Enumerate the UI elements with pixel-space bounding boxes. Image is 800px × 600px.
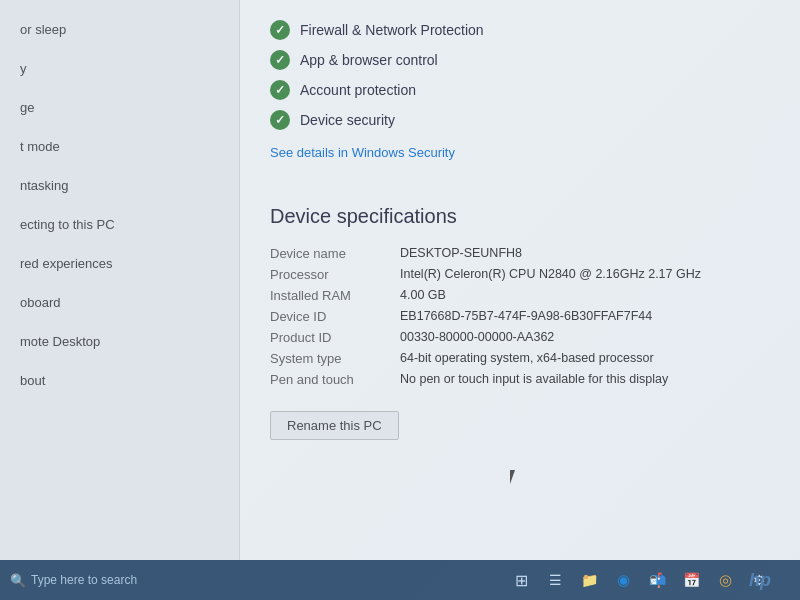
sidebar-item-remote-desktop[interactable]: mote Desktop [0,322,239,361]
taskbar: 🔍 Type here to search ⊞ ☰ 📁 ◉ 📬 📅 ◎ [0,560,800,600]
spec-label-ram: Installed RAM [270,288,400,303]
security-item-account: Account protection [270,80,770,100]
file-explorer-button[interactable]: 📁 [578,569,600,591]
spec-label-device-id: Device ID [270,309,400,324]
account-label: Account protection [300,82,416,98]
check-icon-firewall [270,20,290,40]
security-item-firewall: Firewall & Network Protection [270,20,770,40]
check-icon-browser [270,50,290,70]
task-view-button[interactable]: ☰ [544,569,566,591]
spec-row-ram: Installed RAM 4.00 GB [270,288,770,303]
device-specs-section: Device specifications Device name DESKTO… [270,205,770,440]
spec-value-system-type: 64-bit operating system, x64-based proce… [400,351,770,366]
spec-value-device-id: EB17668D-75B7-474F-9A98-6B30FFAF7F44 [400,309,770,324]
spec-label-product-id: Product ID [270,330,400,345]
spec-row-processor: Processor Intel(R) Celeron(R) CPU N2840 … [270,267,770,282]
spec-label-device-name: Device name [270,246,400,261]
hp-logo: hp [749,570,771,591]
spec-row-system-type: System type 64-bit operating system, x64… [270,351,770,366]
check-icon-account [270,80,290,100]
sidebar-item-about[interactable]: bout [0,361,239,400]
sidebar-item-clipboard[interactable]: oboard [0,283,239,322]
sidebar-item-mode[interactable]: t mode [0,127,239,166]
file-explorer-icon: 📁 [581,572,598,588]
spec-label-system-type: System type [270,351,400,366]
spec-label-pen-touch: Pen and touch [270,372,400,387]
sidebar-item-y[interactable]: y [0,49,239,88]
main-content: Firewall & Network Protection App & brow… [240,0,800,560]
spec-value-ram: 4.00 GB [400,288,770,303]
sidebar-item-multitasking[interactable]: ntasking [0,166,239,205]
spec-value-product-id: 00330-80000-00000-AA362 [400,330,770,345]
rename-pc-button[interactable]: Rename this PC [270,411,399,440]
spec-value-device-name: DESKTOP-SEUNFH8 [400,246,770,261]
calendar-button[interactable]: 📅 [680,569,702,591]
sidebar-item-ge[interactable]: ge [0,88,239,127]
security-item-device-security: Device security [270,110,770,130]
device-specs-title: Device specifications [270,205,770,228]
mail-icon: 📬 [649,572,666,588]
spec-row-product-id: Product ID 00330-80000-00000-AA362 [270,330,770,345]
spec-row-pen-touch: Pen and touch No pen or touch input is a… [270,372,770,387]
hp-logo-area: hp [720,560,800,600]
task-view-icon: ☰ [549,572,562,588]
start-button[interactable]: ⊞ [510,569,532,591]
taskbar-search-area[interactable]: 🔍 Type here to search [10,573,137,588]
firewall-label: Firewall & Network Protection [300,22,484,38]
calendar-icon: 📅 [683,572,700,588]
check-icon-device [270,110,290,130]
start-icon: ⊞ [515,571,528,590]
edge-browser-button[interactable]: ◉ [612,569,634,591]
edge-icon: ◉ [617,571,630,589]
taskbar-search-label: Type here to search [31,573,137,587]
sidebar-item-sleep[interactable]: or sleep [0,10,239,49]
spec-row-device-name: Device name DESKTOP-SEUNFH8 [270,246,770,261]
browser-label: App & browser control [300,52,438,68]
see-details-link[interactable]: See details in Windows Security [270,145,455,160]
sidebar-item-connecting[interactable]: ecting to this PC [0,205,239,244]
spec-value-processor: Intel(R) Celeron(R) CPU N2840 @ 2.16GHz … [400,267,770,282]
spec-value-pen-touch: No pen or touch input is available for t… [400,372,770,387]
spec-label-processor: Processor [270,267,400,282]
security-section: Firewall & Network Protection App & brow… [270,20,770,180]
mail-button[interactable]: 📬 [646,569,668,591]
security-item-browser: App & browser control [270,50,770,70]
search-icon: 🔍 [10,573,26,588]
spec-row-device-id: Device ID EB17668D-75B7-474F-9A98-6B30FF… [270,309,770,324]
specs-table: Device name DESKTOP-SEUNFH8 Processor In… [270,246,770,387]
device-security-label: Device security [300,112,395,128]
sidebar-item-shared-experiences[interactable]: red experiences [0,244,239,283]
sidebar: or sleep y ge t mode ntasking ecting to … [0,0,240,560]
